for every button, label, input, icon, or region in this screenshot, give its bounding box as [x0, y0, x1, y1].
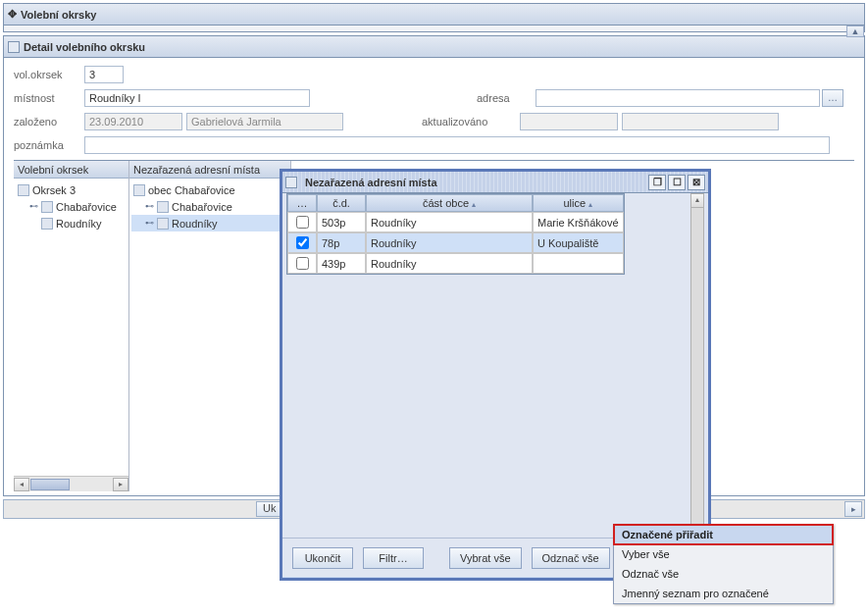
col-cd[interactable]: č.d. [317, 194, 366, 212]
vol-okrsek-label: vol.okrsek [14, 69, 84, 80]
window-icon [8, 41, 20, 53]
mistnost-label: místnost [14, 92, 84, 104]
vybrat-vse-button[interactable]: Vybrat vše [449, 547, 522, 569]
ukoncit-button[interactable]: Ukončit [292, 547, 353, 569]
node-icon [157, 201, 169, 213]
close-icon[interactable]: ⊠ [688, 175, 705, 190]
col-ulice[interactable]: ulice▴ [533, 194, 624, 212]
sort-asc-icon: ▴ [588, 200, 592, 209]
row-checkbox[interactable] [296, 257, 309, 270]
detail-title: Detail volebního okrsku [24, 41, 145, 53]
volebni-okrsky-panel: ✥ Volební okrsky ▲ [3, 3, 865, 32]
node-icon [133, 184, 145, 196]
zalozeno-label: založeno [14, 116, 84, 128]
restore-icon[interactable]: ❐ [648, 175, 666, 190]
detail-header: Detail volebního okrsku [4, 36, 864, 58]
volebni-okrsky-title: Volební okrsky [21, 9, 96, 21]
tree-node[interactable]: ⊷ Roudníky [131, 215, 288, 231]
vol-okrsek-input[interactable] [84, 66, 124, 83]
table-row[interactable]: 503p Roudníky Marie Kršňákové [287, 212, 624, 232]
context-menu: Označené přiřadit Vyber vše Odznač vše J… [613, 524, 834, 604]
maximize-icon[interactable]: ☐ [668, 175, 686, 190]
table-row[interactable]: 439p Roudníky [287, 253, 624, 274]
adresa-browse-button[interactable]: … [822, 89, 843, 107]
ctx-vyber-vse[interactable]: Vyber vše [614, 544, 833, 564]
ctx-jmenny-seznam[interactable]: Jmenný seznam pro označené [614, 584, 833, 603]
tree-node[interactable]: ⊷ Chabařovice [131, 198, 288, 215]
col-cast-obce[interactable]: část obce▴ [366, 194, 533, 212]
v-scrollbar[interactable]: ▴ [690, 193, 704, 538]
h-scrollbar[interactable]: ◂ ▸ [14, 476, 128, 491]
table-row[interactable]: 78p Roudníky U Koupaliště [287, 232, 624, 253]
adresa-label: adresa [477, 92, 536, 104]
row-checkbox[interactable] [296, 236, 309, 249]
tree-volebni-okrsek: Volební okrsek Okrsek 3 ⊷ Chabařovice Ro… [14, 161, 129, 491]
filtr-button[interactable]: Filtr… [363, 547, 424, 569]
poznamka-input[interactable] [84, 136, 830, 154]
zalozeno-user-input [186, 113, 343, 130]
aktualizovano-user-input [622, 113, 779, 130]
ctx-oznacene-priradit[interactable]: Označené přiřadit [614, 525, 833, 544]
tree-node[interactable]: Okrsek 3 [16, 181, 127, 198]
odznac-vse-button[interactable]: Odznač vše [532, 547, 610, 569]
mistnost-input[interactable] [84, 89, 310, 107]
expander-icon[interactable]: ⊷ [29, 202, 38, 211]
scroll-up-icon[interactable]: ▴ [691, 194, 703, 208]
row-checkbox[interactable] [296, 216, 309, 229]
volebni-okrsky-header: ✥ Volební okrsky [4, 4, 864, 26]
collapse-icon[interactable]: ▲ [846, 26, 864, 37]
expander-icon[interactable]: ⊷ [145, 202, 154, 211]
dialog-title: Nezařazená adresní místa [305, 177, 437, 188]
scroll-left-icon[interactable]: ◂ [14, 478, 29, 491]
col-checkbox[interactable]: … [287, 194, 317, 212]
zalozeno-date-input [84, 113, 182, 130]
poznamka-label: poznámka [14, 139, 84, 151]
dialog-titlebar[interactable]: Nezařazená adresní místa ❐ ☐ ⊠ [282, 172, 708, 193]
nezarazena-dialog: Nezařazená adresní místa ❐ ☐ ⊠ … č.d. čá… [280, 169, 711, 581]
ctx-odznac-vse[interactable]: Odznač vše [614, 564, 833, 584]
tree-node[interactable]: obec Chabařovice [131, 181, 288, 198]
tree-mid-header: Nezařazená adresní místa [129, 161, 290, 179]
scroll-thumb[interactable] [30, 479, 70, 490]
sort-asc-icon: ▴ [472, 200, 476, 209]
aktualizovano-date-input [520, 113, 618, 130]
node-icon [41, 201, 53, 213]
node-icon [41, 218, 53, 230]
expander-icon[interactable]: ⊷ [145, 219, 154, 228]
window-icon [285, 177, 297, 188]
tree-node[interactable]: ⊷ Chabařovice [16, 198, 127, 215]
tree-left-header: Volební okrsek [14, 161, 128, 179]
scroll-right-icon[interactable]: ▸ [113, 478, 128, 491]
node-icon [18, 184, 29, 196]
tree-node[interactable]: Roudníky [16, 215, 127, 231]
address-table: … č.d. část obce▴ ulice▴ 503p Roudníky M… [286, 193, 625, 275]
aktualizovano-label: aktualizováno [422, 116, 520, 128]
scroll-right-icon[interactable]: ▸ [844, 501, 862, 517]
tree-nezarazena: Nezařazená adresní místa obec Chabařovic… [129, 161, 291, 491]
adresa-input[interactable] [536, 89, 820, 107]
move-icon: ✥ [8, 8, 17, 21]
node-icon [157, 218, 169, 230]
